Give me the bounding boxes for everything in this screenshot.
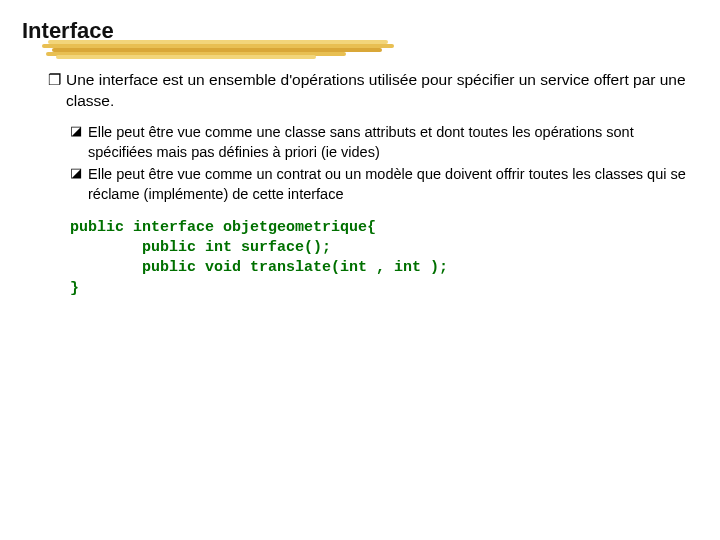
bullet-icon: ❐: [48, 70, 66, 90]
slide-title: Interface: [20, 18, 700, 44]
bullet-text: Elle peut être vue comme une classe sans…: [88, 122, 700, 162]
bullet-level-2: ◪ Elle peut être vue comme un contrat ou…: [70, 164, 700, 204]
bullet-level-1: ❐ Une interface est un ensemble d'opérat…: [48, 70, 700, 112]
bullet-text: Une interface est un ensemble d'opératio…: [66, 70, 700, 112]
slide: Interface ❐ Une interface est un ensembl…: [0, 0, 720, 319]
bullet-icon: ◪: [70, 164, 88, 182]
code-line: public void translate(int , int );: [70, 259, 448, 276]
content-area: ❐ Une interface est un ensemble d'opérat…: [20, 70, 700, 299]
code-line: }: [70, 280, 79, 297]
code-block: public interface objetgeometrique{ publi…: [48, 218, 700, 299]
bullet-text: Elle peut être vue comme un contrat ou u…: [88, 164, 700, 204]
code-line: public int surface();: [70, 239, 331, 256]
bullet-icon: ◪: [70, 122, 88, 140]
title-area: Interface: [20, 18, 700, 44]
bullet-level-2: ◪ Elle peut être vue comme une classe sa…: [70, 122, 700, 162]
code-line: public interface objetgeometrique{: [70, 219, 376, 236]
sub-bullet-list: ◪ Elle peut être vue comme une classe sa…: [48, 122, 700, 204]
